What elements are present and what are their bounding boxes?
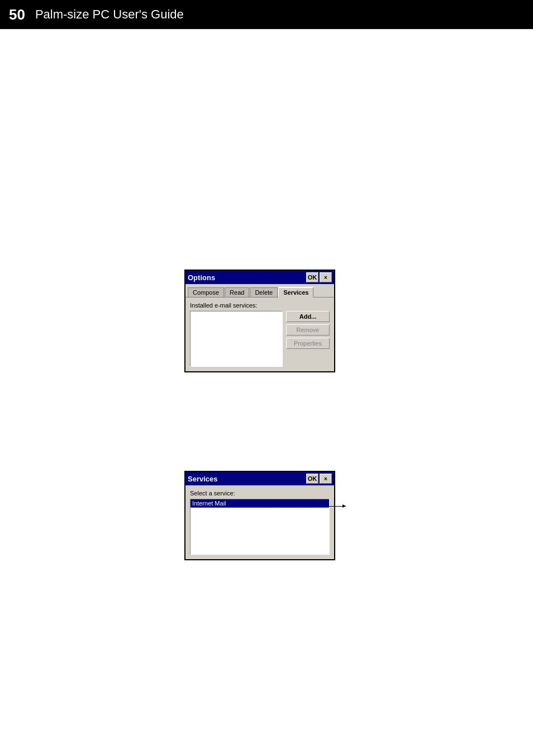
arrow-indicator: [329, 506, 346, 507]
options-title: Options: [188, 273, 215, 282]
options-ok-button[interactable]: OK: [306, 272, 318, 282]
services-ok-button[interactable]: OK: [306, 474, 318, 484]
options-titlebar: Options OK ×: [185, 271, 334, 284]
services-title: Services: [188, 475, 218, 483]
action-buttons: Add... Remove Properties: [286, 311, 330, 367]
installed-label: Installed e-mail services:: [190, 302, 330, 309]
main-content: Options OK × Compose Read Delete Service…: [0, 29, 533, 51]
services-listbox[interactable]: [190, 311, 283, 367]
services-list[interactable]: Internet Mail: [190, 499, 330, 555]
services-close-button[interactable]: ×: [320, 474, 332, 484]
options-content: Add... Remove Properties: [190, 311, 330, 367]
options-dialog: Options OK × Compose Read Delete Service…: [184, 270, 335, 372]
services-titlebar-buttons: OK ×: [306, 474, 332, 484]
add-button[interactable]: Add...: [286, 311, 330, 322]
tab-compose[interactable]: Compose: [188, 287, 224, 297]
options-body: Installed e-mail services: Add... Remove…: [185, 297, 334, 371]
services-titlebar: Services OK ×: [185, 472, 334, 485]
options-titlebar-buttons: OK ×: [306, 272, 332, 282]
page-title: Palm-size PC User's Guide: [35, 7, 184, 22]
list-item[interactable]: Internet Mail: [191, 499, 329, 508]
page-number: 50: [9, 6, 25, 23]
tab-services[interactable]: Services: [278, 287, 313, 297]
services-dialog: Services OK × Select a service: Internet…: [184, 471, 335, 560]
properties-button[interactable]: Properties: [286, 338, 330, 349]
page-header: 50 Palm-size PC User's Guide: [0, 0, 533, 29]
options-close-button[interactable]: ×: [320, 272, 332, 282]
remove-button[interactable]: Remove: [286, 324, 330, 336]
services-body: Select a service: Internet Mail: [185, 485, 334, 559]
options-tab-bar: Compose Read Delete Services: [185, 284, 334, 297]
tab-delete[interactable]: Delete: [250, 287, 278, 297]
tab-read[interactable]: Read: [225, 287, 249, 297]
select-label: Select a service:: [190, 490, 330, 497]
